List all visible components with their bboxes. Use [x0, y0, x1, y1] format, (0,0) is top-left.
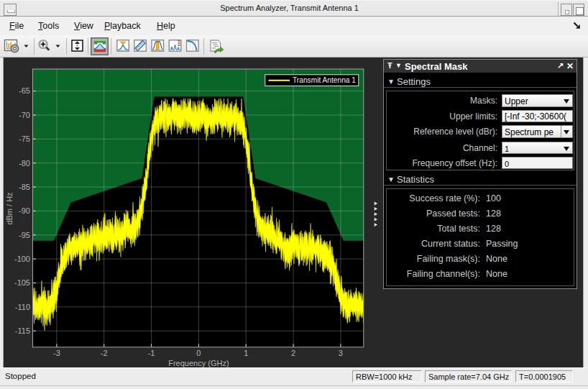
svg-text:-85: -85: [19, 183, 30, 191]
svg-text:Transmit Antenna 1: Transmit Antenna 1: [293, 76, 356, 84]
svg-text:0: 0: [196, 349, 201, 357]
svg-text:dBm / Hz: dBm / Hz: [5, 192, 14, 224]
svg-text:-115: -115: [15, 326, 30, 335]
svg-text:-75: -75: [19, 134, 30, 143]
svg-text:-65: -65: [19, 86, 30, 95]
svg-text:-95: -95: [19, 231, 30, 239]
svg-text:-3: -3: [53, 349, 60, 357]
svg-text:1: 1: [244, 349, 248, 357]
svg-text:Frequency (GHz): Frequency (GHz): [168, 359, 229, 367]
svg-text:3: 3: [339, 349, 343, 357]
svg-text:-80: -80: [19, 159, 30, 168]
svg-text:-2: -2: [101, 349, 108, 357]
svg-text:-90: -90: [19, 206, 30, 215]
svg-text:-1: -1: [148, 349, 155, 357]
svg-text:2: 2: [291, 349, 295, 357]
svg-text:-100: -100: [14, 255, 30, 263]
svg-text:-70: -70: [19, 111, 30, 119]
svg-text:-105: -105: [14, 278, 30, 287]
svg-text:-110: -110: [15, 303, 30, 311]
